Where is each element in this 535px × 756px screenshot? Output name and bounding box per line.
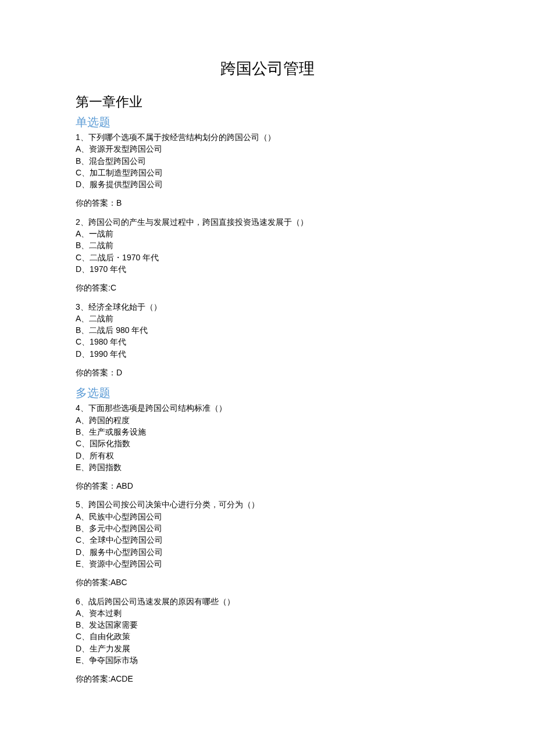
- option-b: B、生产或服务设施: [76, 426, 459, 438]
- question-3: 3、经济全球化始于（） A、二战前 B、二战后 980 年代 C、1980 年代…: [76, 301, 459, 360]
- answer-2: 你的答案:C: [76, 282, 459, 293]
- option-a: A、一战前: [76, 228, 459, 239]
- question-5: 5、跨国公司按公司决策中心进行分类，可分为（） A、民族中心型跨国公司 B、多元…: [76, 499, 459, 569]
- option-a: A、资源开发型跨国公司: [76, 143, 459, 155]
- option-a: A、民族中心型跨国公司: [76, 511, 459, 522]
- question-text: 4、下面那些选项是跨国公司结构标准（）: [76, 402, 459, 414]
- option-c: C、全球中心型跨国公司: [76, 534, 459, 546]
- option-c: C、1980 年代: [76, 336, 459, 347]
- document-title: 跨国公司管理: [76, 58, 459, 79]
- option-d: D、所有权: [76, 450, 459, 461]
- option-d: D、1990 年代: [76, 348, 459, 360]
- document-page: 跨国公司管理 第一章作业 单选题 1、下列哪个选项不属于按经营结构划分的跨国公司…: [0, 0, 535, 727]
- option-d: D、生产力发展: [76, 643, 459, 654]
- question-text: 1、下列哪个选项不属于按经营结构划分的跨国公司（）: [76, 131, 459, 143]
- question-text: 5、跨国公司按公司决策中心进行分类，可分为（）: [76, 499, 459, 510]
- option-e: E、资源中心型跨国公司: [76, 558, 459, 569]
- option-b: B、二战后 980 年代: [76, 324, 459, 336]
- option-d: D、服务提供型跨国公司: [76, 178, 459, 190]
- question-4: 4、下面那些选项是跨国公司结构标准（） A、跨国的程度 B、生产或服务设施 C、…: [76, 402, 459, 473]
- option-b: B、多元中心型跨国公司: [76, 522, 459, 534]
- option-c: C、国际化指数: [76, 438, 459, 449]
- question-text: 3、经济全球化始于（）: [76, 301, 459, 313]
- option-b: B、混合型跨国公司: [76, 155, 459, 167]
- option-a: A、二战前: [76, 313, 459, 324]
- section-heading-single-choice: 单选题: [76, 114, 459, 130]
- answer-5: 你的答案:ABC: [76, 576, 459, 588]
- option-d: D、1970 年代: [76, 263, 459, 275]
- option-c: C、加工制造型跨国公司: [76, 167, 459, 178]
- section-heading-multi-choice: 多选题: [76, 385, 459, 401]
- question-6: 6、战后跨国公司迅速发展的原因有哪些（） A、资本过剩 B、发达国家需要 C、自…: [76, 596, 459, 667]
- option-a: A、资本过剩: [76, 607, 459, 619]
- answer-6: 你的答案:ACDE: [76, 673, 459, 685]
- option-d: D、服务中心型跨国公司: [76, 546, 459, 558]
- option-a: A、跨国的程度: [76, 414, 459, 426]
- option-c: C、自由化政策: [76, 630, 459, 642]
- question-1: 1、下列哪个选项不属于按经营结构划分的跨国公司（） A、资源开发型跨国公司 B、…: [76, 131, 459, 190]
- option-e: E、争夺国际市场: [76, 654, 459, 666]
- question-text: 2、跨国公司的产生与发展过程中，跨国直接投资迅速发展于（）: [76, 216, 459, 228]
- option-b: B、二战前: [76, 239, 459, 251]
- question-text: 6、战后跨国公司迅速发展的原因有哪些（）: [76, 596, 459, 607]
- answer-4: 你的答案：ABD: [76, 480, 459, 492]
- question-2: 2、跨国公司的产生与发展过程中，跨国直接投资迅速发展于（） A、一战前 B、二战…: [76, 216, 459, 275]
- option-c: C、二战后・1970 年代: [76, 252, 459, 263]
- chapter-heading: 第一章作业: [76, 93, 459, 111]
- answer-1: 你的答案：B: [76, 197, 459, 209]
- option-e: E、跨国指数: [76, 461, 459, 473]
- answer-3: 你的答案：D: [76, 367, 459, 378]
- option-b: B、发达国家需要: [76, 619, 459, 630]
